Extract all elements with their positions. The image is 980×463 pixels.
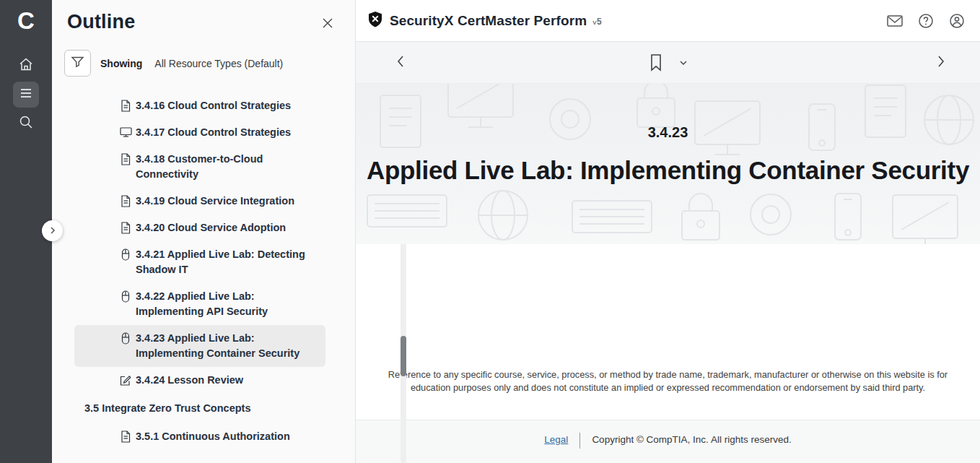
app-title: SecurityX CertMaster Perform xyxy=(390,13,587,29)
home-icon xyxy=(18,56,34,75)
outline-item[interactable]: 3.4.23 Applied Live Lab: Implementing Co… xyxy=(74,325,325,367)
filter-showing-label: Showing xyxy=(100,58,142,69)
monitor-icon xyxy=(120,126,132,139)
filter-button[interactable] xyxy=(64,50,91,77)
chevron-down-icon[interactable] xyxy=(678,58,688,68)
content-body: Reference to any specific course, servic… xyxy=(356,244,980,420)
outline-item-label: 3.5.1 Continuous Authorization xyxy=(136,430,290,442)
legal-link[interactable]: Legal xyxy=(544,434,568,445)
outline-item-label: 3.4.22 Applied Live Lab: Implementing AP… xyxy=(136,290,268,317)
outline-item[interactable]: 3.4.20 Cloud Service Adoption xyxy=(74,215,325,241)
outline-item[interactable]: 3.4.17 Cloud Control Strategies xyxy=(74,119,325,146)
outline-item-label: 3.4.23 Applied Live Lab: Implementing Co… xyxy=(136,332,299,359)
footer-inner: Legal Copyright © CompTIA, Inc. All righ… xyxy=(544,434,791,463)
filter-value: All Resource Types (Default) xyxy=(154,58,283,69)
document-icon xyxy=(120,100,132,112)
main-header: SecurityX CertMaster Perform v5 xyxy=(356,0,980,42)
search-button[interactable] xyxy=(13,111,39,137)
menu-icon xyxy=(19,86,33,103)
mouse-icon xyxy=(120,332,132,345)
rail-nav xyxy=(13,53,39,137)
outline-item[interactable]: 3.4.21 Applied Live Lab: Detecting Shado… xyxy=(74,241,325,283)
account-icon[interactable] xyxy=(948,12,966,30)
close-icon xyxy=(321,17,334,33)
search-icon xyxy=(18,114,34,133)
header-icons xyxy=(886,12,966,30)
chevron-left-icon xyxy=(395,55,406,71)
home-button[interactable] xyxy=(13,53,39,79)
outline-section-header: 3.5 Integrate Zero Trust Concepts xyxy=(74,395,325,422)
outline-scrollbar-thumb[interactable] xyxy=(401,336,406,376)
comptia-logo-icon: C xyxy=(17,7,35,35)
document-icon xyxy=(120,153,132,165)
bookmark-icon[interactable] xyxy=(648,52,664,74)
banner-content: 3.4.23 Applied Live Lab: Implementing Co… xyxy=(356,84,980,186)
outline-panel: Outline Showing All Resource Types (Defa… xyxy=(52,0,355,463)
outline-item-label: 3.4.21 Applied Live Lab: Detecting Shado… xyxy=(136,248,305,275)
shield-x-icon xyxy=(367,11,383,31)
lesson-banner: 3.4.23 Applied Live Lab: Implementing Co… xyxy=(356,84,980,244)
outline-item[interactable]: 3.4.22 Applied Live Lab: Implementing AP… xyxy=(74,283,325,325)
outline-item[interactable]: 3.4.24 Lesson Review xyxy=(74,367,325,394)
outline-list: 3.4.16 Cloud Control Strategies 3.4.17 C… xyxy=(74,92,325,450)
disclaimer-text: Reference to any specific course, servic… xyxy=(386,368,950,394)
filter-row: Showing All Resource Types (Default) xyxy=(64,50,355,77)
app-window: C xyxy=(0,0,980,463)
outline-item[interactable]: 3.4.18 Customer-to-Cloud Connectivity xyxy=(74,146,325,188)
outline-item-label: 3.4.16 Cloud Control Strategies xyxy=(136,100,291,111)
lesson-title: Applied Live Lab: Implementing Container… xyxy=(356,155,980,186)
document-icon xyxy=(120,195,132,207)
outline-item[interactable]: 3.5.1 Continuous Authorization xyxy=(74,423,325,450)
main-content: SecurityX CertMaster Perform v5 xyxy=(355,0,980,463)
lesson-number: 3.4.23 xyxy=(356,122,980,142)
help-icon[interactable] xyxy=(917,12,935,30)
next-lesson-button[interactable] xyxy=(932,54,950,72)
edit-icon xyxy=(120,374,132,386)
outline-item-label: 3.4.18 Customer-to-Cloud Connectivity xyxy=(136,153,263,180)
chevron-right-icon xyxy=(936,55,946,71)
chevron-right-icon xyxy=(48,225,57,238)
outline-panel-title: Outline xyxy=(67,11,355,33)
mouse-icon xyxy=(120,290,132,303)
lesson-toolbar xyxy=(356,42,980,84)
footer: Legal Copyright © CompTIA, Inc. All righ… xyxy=(356,420,980,463)
outline-item-label: 3.4.19 Cloud Service Integration xyxy=(136,195,294,207)
outline-close-button[interactable] xyxy=(320,17,336,33)
outline-item[interactable]: 3.4.19 Cloud Service Integration xyxy=(74,188,325,215)
outline-menu-button[interactable] xyxy=(13,82,39,108)
app-version: v5 xyxy=(592,17,602,27)
previous-lesson-button[interactable] xyxy=(392,54,409,72)
outline-item[interactable]: 3.4.16 Cloud Control Strategies xyxy=(74,92,325,119)
outline-item-label: 3.4.20 Cloud Service Adoption xyxy=(136,222,286,233)
mouse-icon xyxy=(120,248,132,261)
outline-item-label: 3.4.24 Lesson Review xyxy=(136,374,243,386)
document-icon xyxy=(120,430,132,443)
outline-item-label: 3.4.17 Cloud Control Strategies xyxy=(136,126,291,138)
mail-icon[interactable] xyxy=(886,12,904,30)
panel-collapse-button[interactable] xyxy=(42,220,63,241)
filter-funnel-icon xyxy=(70,54,85,72)
document-icon xyxy=(120,222,132,234)
outline-item-label: 3.5 Integrate Zero Trust Concepts xyxy=(84,402,250,414)
bookmark-controls xyxy=(648,52,688,74)
copyright-text: Copyright © CompTIA, Inc. All rights res… xyxy=(592,434,791,445)
footer-divider xyxy=(579,433,580,449)
